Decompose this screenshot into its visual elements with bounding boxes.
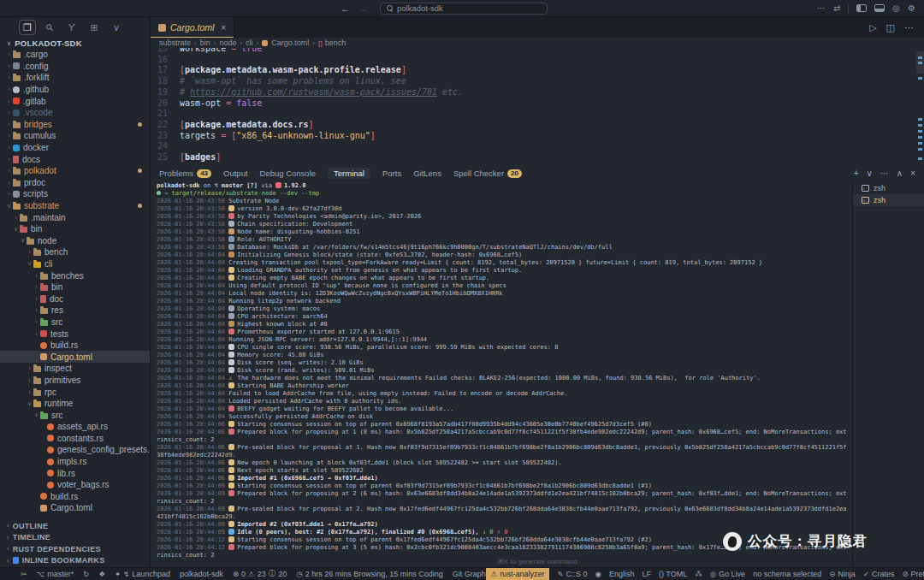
status-item-schema-indicator[interactable]: no schema selected bbox=[753, 568, 821, 580]
status-item-language-indicator[interactable]: English bbox=[609, 568, 635, 580]
sidebar-section-outline[interactable]: ›OUTLINE bbox=[0, 520, 150, 532]
breadcrumb-item[interactable]: bench bbox=[325, 38, 346, 47]
split-editor-icon[interactable]: ◫ bbox=[886, 22, 895, 33]
breadcrumb-item[interactable]: bin bbox=[200, 38, 210, 47]
status-item-ninja-status[interactable]: ⊝Ninja bbox=[829, 568, 856, 580]
status-item-problems-summary[interactable]: ⊗0⚠23ⓘ20 bbox=[233, 568, 287, 580]
chevron-down-icon[interactable]: ∨ bbox=[108, 20, 125, 35]
tree-item--maintain[interactable]: ›.maintain bbox=[0, 211, 150, 223]
tree-item-res[interactable]: ›res bbox=[0, 305, 150, 317]
status-item-paw-icon[interactable]: ⁂ bbox=[695, 568, 702, 580]
tree-item--cargo[interactable]: ›.cargo bbox=[0, 49, 150, 61]
breadcrumb-item[interactable]: node bbox=[219, 38, 236, 47]
status-item-remote-icon[interactable]: ✂ bbox=[21, 568, 27, 580]
tree-item-tests[interactable]: ›tests bbox=[0, 328, 150, 340]
sync-toggle-icon[interactable]: ⇄ bbox=[833, 3, 840, 13]
status-item-eye-icon[interactable]: ◉ bbox=[595, 568, 601, 580]
status-item-rust-analyzer-status[interactable]: ⚠rust-analyzer bbox=[486, 568, 550, 580]
tree-item-voter-bags-rs[interactable]: voter_bags.rs bbox=[0, 479, 150, 491]
tree-item-cargo-toml[interactable]: Cargo.toml bbox=[0, 351, 150, 363]
tree-item--vscode[interactable]: ›.vscode bbox=[0, 107, 150, 119]
tree-item-bin[interactable]: ›bin bbox=[0, 281, 150, 293]
panel-tab-output[interactable]: Output bbox=[223, 169, 248, 178]
tree-item-benches[interactable]: ›benches bbox=[0, 269, 150, 281]
tree-item-rpc[interactable]: ›rpc bbox=[0, 386, 150, 398]
tree-item-build-rs[interactable]: build.rs bbox=[0, 491, 150, 503]
panel-tab-debug-console[interactable]: Debug Console bbox=[260, 169, 317, 178]
explorer-icon[interactable]: ❐ bbox=[19, 20, 36, 35]
tree-item-build-rs[interactable]: build.rs bbox=[0, 340, 150, 352]
tree-item-prdoc[interactable]: ›prdoc bbox=[0, 177, 150, 189]
tree-item-constants-rs[interactable]: constants.rs bbox=[0, 433, 150, 445]
sidebar-section-rust-dependencies[interactable]: ›RUST DEPENDENCIES bbox=[0, 543, 150, 555]
tree-item--config[interactable]: ›.config bbox=[0, 61, 150, 73]
status-item-git-branch[interactable]: ⌥master* bbox=[37, 568, 74, 580]
panel-tab-problems[interactable]: Problems43 bbox=[159, 169, 211, 178]
tree-item-bridges[interactable]: ›bridges bbox=[0, 119, 150, 131]
more-icon[interactable]: ⋯ bbox=[880, 169, 889, 178]
tree-item-docker[interactable]: ›docker bbox=[0, 142, 150, 154]
maximize-panel-icon[interactable]: ∧ bbox=[897, 169, 903, 178]
status-item-crates-status[interactable]: ✓Crates bbox=[863, 568, 895, 580]
status-item-go-live[interactable]: ◎Go Live bbox=[710, 568, 745, 580]
terminal-list-item[interactable]: ›zsh bbox=[853, 182, 924, 194]
tree-item-src[interactable]: ›src bbox=[0, 317, 150, 328]
breadcrumb-item[interactable]: substrate bbox=[159, 38, 191, 47]
breadcrumb-item[interactable]: Cargo.toml bbox=[271, 38, 309, 47]
sidebar-section-timeline[interactable]: ›TIMELINE bbox=[0, 532, 150, 544]
breadcrumb[interactable]: substrate›bin›node›cli›Cargo.toml›[ ]ben… bbox=[151, 38, 924, 48]
tree-item-doc[interactable]: ›doc bbox=[0, 293, 150, 305]
status-item-filetype-indicator[interactable]: () TOML bbox=[659, 568, 687, 580]
command-center-search[interactable]: polkadot-sdk bbox=[380, 3, 548, 15]
tree-item-impls-rs[interactable]: impls.rs bbox=[0, 456, 150, 468]
tree-item--gitlab[interactable]: ›.gitlab bbox=[0, 95, 150, 107]
terminal-output[interactable]: polkadot-sdk on ⌥ master [?] via 1.92.0→… bbox=[151, 181, 852, 567]
extensions-icon[interactable]: ⊞ bbox=[86, 20, 103, 35]
tree-item-cli[interactable]: ∨cli bbox=[0, 258, 150, 270]
panel-tab-spell-checker[interactable]: Spell Checker20 bbox=[453, 169, 522, 178]
explorer-project-header[interactable]: ∨ POLKADOT-SDK bbox=[0, 38, 150, 49]
tab-close-icon[interactable]: × bbox=[221, 23, 226, 33]
tree-item-bench[interactable]: ›bench bbox=[0, 246, 150, 258]
tree-item-lib-rs[interactable]: lib.rs bbox=[0, 467, 150, 479]
tree-item-primitives[interactable]: ›primitives bbox=[0, 375, 150, 387]
search-icon[interactable]: ⚲ bbox=[41, 20, 58, 35]
tree-item-cumulus[interactable]: ›cumulus bbox=[0, 130, 150, 142]
toggle-sidebar-icon[interactable] bbox=[856, 4, 867, 12]
toggle-panel-icon[interactable] bbox=[874, 4, 885, 12]
tree-item--github[interactable]: ›.github bbox=[0, 84, 150, 96]
status-item-prettier-status[interactable]: ⊘Prettier bbox=[902, 568, 924, 580]
panel-tab-gitlens[interactable]: GitLens bbox=[413, 169, 441, 178]
status-item-project-name[interactable]: polkadot-sdk bbox=[180, 568, 223, 580]
code-editor[interactable]: 15workspace = true1617[package.metadata.… bbox=[151, 48, 924, 166]
tree-item-inspect[interactable]: ›inspect bbox=[0, 363, 150, 375]
close-panel-icon[interactable]: × bbox=[910, 169, 915, 178]
tab-cargo-toml[interactable]: Cargo.toml × bbox=[151, 17, 234, 38]
tree-item-runtime[interactable]: ∨runtime bbox=[0, 398, 150, 410]
source-control-icon[interactable]: ϒ bbox=[63, 20, 80, 35]
status-item-spell-status[interactable]: ✎C::S 0 bbox=[557, 568, 587, 580]
tree-item-scripts[interactable]: ›scripts bbox=[0, 188, 150, 200]
panel-tab-ports[interactable]: Ports bbox=[382, 169, 401, 178]
tree-item-substrate[interactable]: ∨substrate bbox=[0, 200, 150, 212]
tree-item-cargo-toml[interactable]: Cargo.toml bbox=[0, 502, 150, 514]
tree-item-bin[interactable]: ∨bin bbox=[0, 223, 150, 235]
terminal-list-item[interactable]: ›zsh bbox=[853, 194, 924, 206]
panel-tab-terminal[interactable]: Terminal bbox=[328, 168, 370, 179]
nav-forward-icon[interactable]: → bbox=[358, 3, 368, 14]
settings-gear-icon[interactable]: ⚙ bbox=[908, 3, 915, 13]
status-item-time-tracker[interactable]: ◷2 hrs 26 mins Browsing, 15 mins Coding bbox=[296, 568, 443, 580]
terminal-dropdown-icon[interactable]: ∨ bbox=[867, 169, 873, 178]
more-icon[interactable]: ⋯ bbox=[817, 3, 826, 13]
sidebar-section-inline-bookmarks[interactable]: ›INLINE BOOKMARKS bbox=[0, 555, 150, 567]
status-item-git-graph[interactable]: Git Graph bbox=[453, 568, 486, 580]
customize-layout-icon[interactable]: ◎ bbox=[892, 3, 900, 13]
tree-item-node[interactable]: ∨node bbox=[0, 235, 150, 247]
breadcrumb-item[interactable]: cli bbox=[246, 38, 253, 47]
status-item-sync-icon[interactable]: ↻ bbox=[83, 568, 89, 580]
tree-item-assets-api-rs[interactable]: assets_api.rs bbox=[0, 421, 150, 433]
status-item-gitlens-icon[interactable]: ❖ bbox=[98, 568, 105, 580]
nav-back-icon[interactable]: ← bbox=[341, 3, 350, 14]
status-item-launchpad[interactable]: ✦↯Launchpad bbox=[115, 568, 170, 580]
run-icon[interactable]: ▷ bbox=[869, 22, 876, 33]
